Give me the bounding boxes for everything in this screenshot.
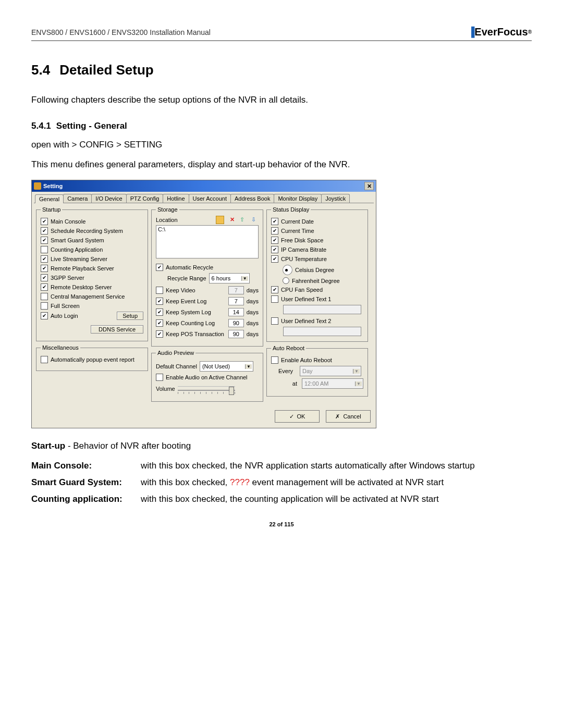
subsection-heading: 5.4.1Setting - General xyxy=(31,121,532,131)
row1-val: with this box checked, the NVR applicati… xyxy=(141,460,532,472)
dialog-tabs: General Camera I/O Device PTZ Config Hot… xyxy=(32,192,376,203)
storage-legend: Storage xyxy=(156,206,179,213)
keep-system-log-input[interactable] xyxy=(228,308,244,316)
section-title: Detailed Setup xyxy=(59,62,154,78)
chk-counting-app[interactable] xyxy=(41,246,48,253)
radio-celsius[interactable] xyxy=(283,265,292,275)
chk-auto-recycle[interactable] xyxy=(156,264,163,271)
chk-current-date[interactable] xyxy=(271,218,278,225)
ddns-service-button[interactable]: DDNS Service xyxy=(91,325,143,334)
chk-current-time[interactable] xyxy=(271,227,278,235)
chk-cpu-temp[interactable] xyxy=(271,255,278,263)
section-heading: 5.4Detailed Setup xyxy=(31,62,532,78)
dialog-titlebar: Setting ✕ xyxy=(32,180,376,192)
tab-hotline[interactable]: Hotline xyxy=(163,194,189,203)
chevron-down-icon: ▼ xyxy=(245,364,252,369)
chevron-down-icon: ▼ xyxy=(355,381,362,386)
tab-general[interactable]: General xyxy=(35,194,64,203)
chevron-down-icon: ▼ xyxy=(241,276,248,281)
ok-button[interactable]: ✓OK xyxy=(275,410,320,423)
location-label: Location xyxy=(156,217,212,223)
chk-3gpp-server[interactable] xyxy=(41,274,48,281)
status-display-group: Status Display Current Date Current Time… xyxy=(266,206,368,342)
chk-ip-bitrate[interactable] xyxy=(271,246,278,253)
open-with-line: open with > CONFIG > SETTING xyxy=(31,139,532,151)
row3-val: with this box checked, the counting appl… xyxy=(141,493,532,505)
delete-icon[interactable]: ✕ xyxy=(228,216,236,224)
location-value: C:\ xyxy=(158,226,256,232)
chk-remote-playback[interactable] xyxy=(41,265,48,272)
radio-fahrenheit[interactable] xyxy=(283,277,289,284)
startup-bold: Start-up xyxy=(31,441,65,451)
row2-val: with this box checked, ???? event manage… xyxy=(141,476,532,489)
move-up-icon[interactable]: ⇧ xyxy=(240,216,247,224)
startup-group: Startup Main Console Schedule Recording … xyxy=(36,206,148,341)
page-header: ENVS800 / ENVS1600 / ENVS3200 Installati… xyxy=(31,26,532,41)
brand-text: EverFocus xyxy=(474,26,528,38)
chk-user-text1[interactable] xyxy=(271,295,278,303)
row3-key: Counting application: xyxy=(31,493,141,505)
header-doc-title: ENVS800 / ENVS1600 / ENVS3200 Installati… xyxy=(31,28,211,36)
setup-button[interactable]: Setup xyxy=(117,312,143,320)
misc-group: Miscellaneous Automatically popup event … xyxy=(36,344,148,371)
user-text1-input xyxy=(283,305,361,314)
chk-free-disk[interactable] xyxy=(271,237,278,244)
page-number: 22 of 115 xyxy=(31,521,532,527)
chk-smart-guard[interactable] xyxy=(41,237,48,244)
subsection-title: Setting - General xyxy=(56,121,127,131)
status-legend: Status Display xyxy=(271,206,311,213)
chk-auto-login[interactable] xyxy=(41,312,48,319)
chk-keep-pos[interactable] xyxy=(156,330,163,338)
chk-central-mgmt[interactable] xyxy=(41,293,48,300)
chk-cpu-fan[interactable] xyxy=(271,286,278,293)
recycle-range-select[interactable]: 6 hours▼ xyxy=(209,273,250,283)
startup-note-line: Start-up - Behavior of NVR after booting xyxy=(31,440,532,452)
folder-icon[interactable] xyxy=(216,216,224,224)
tab-ptz-config[interactable]: PTZ Config xyxy=(126,194,164,203)
tab-camera[interactable]: Camera xyxy=(63,194,92,203)
every-select: Day▼ xyxy=(300,366,361,376)
keep-event-log-input[interactable] xyxy=(228,297,244,305)
chk-enable-audio-active[interactable] xyxy=(156,374,163,381)
reboot-legend: Auto Reboot xyxy=(271,345,306,351)
tab-monitor-display[interactable]: Monitor Display xyxy=(274,194,322,203)
chk-main-console[interactable] xyxy=(41,218,48,225)
row1-key: Main Console: xyxy=(31,460,141,472)
logo-icon: ▐ xyxy=(468,27,475,38)
setting-dialog: Setting ✕ General Camera I/O Device PTZ … xyxy=(31,180,376,428)
chk-keep-event-log[interactable] xyxy=(156,298,163,305)
chk-popup-event-report[interactable] xyxy=(41,356,48,363)
subsection-number: 5.4.1 xyxy=(31,121,51,131)
tab-address-book[interactable]: Address Book xyxy=(230,194,274,203)
row2-key: Smart Guard System: xyxy=(31,476,141,489)
keep-pos-input[interactable] xyxy=(228,330,244,338)
storage-group: Storage Location ✕ ⇧ ⇩ C:\ Automatic Rec… xyxy=(151,206,263,347)
chk-keep-counting-log[interactable] xyxy=(156,319,163,327)
chk-keep-video[interactable] xyxy=(156,287,163,294)
default-channel-select[interactable]: (Not Used)▼ xyxy=(200,361,253,372)
move-down-icon[interactable]: ⇩ xyxy=(251,216,259,224)
chk-keep-system-log[interactable] xyxy=(156,309,163,316)
close-icon[interactable]: ✕ xyxy=(364,182,374,190)
auto-reboot-group: Auto Reboot Enable Auto Reboot Every Day… xyxy=(266,345,368,397)
section-number: 5.4 xyxy=(31,62,50,78)
chk-live-streaming[interactable] xyxy=(41,255,48,263)
startup-rest: - Behavior of NVR after booting xyxy=(65,441,191,451)
chk-full-screen[interactable] xyxy=(41,302,48,310)
tab-user-account[interactable]: User Account xyxy=(189,194,231,203)
cancel-button[interactable]: ✗Cancel xyxy=(326,410,371,423)
chevron-down-icon: ▼ xyxy=(353,369,360,374)
tab-joystick[interactable]: Joystick xyxy=(321,194,350,203)
tab-io-device[interactable]: I/O Device xyxy=(91,194,126,203)
check-icon: ✓ xyxy=(289,413,294,420)
brand-logo: ▐ EverFocus® xyxy=(468,26,532,38)
chk-user-text2[interactable] xyxy=(271,317,278,325)
startup-legend: Startup xyxy=(41,206,62,213)
chk-schedule-recording[interactable] xyxy=(41,227,48,235)
location-list[interactable]: C:\ xyxy=(156,225,259,258)
volume-slider[interactable] xyxy=(178,386,235,394)
chk-enable-auto-reboot[interactable] xyxy=(271,356,278,364)
keep-counting-log-input[interactable] xyxy=(228,319,244,327)
chk-remote-desktop[interactable] xyxy=(41,283,48,291)
keep-video-input xyxy=(228,286,244,294)
